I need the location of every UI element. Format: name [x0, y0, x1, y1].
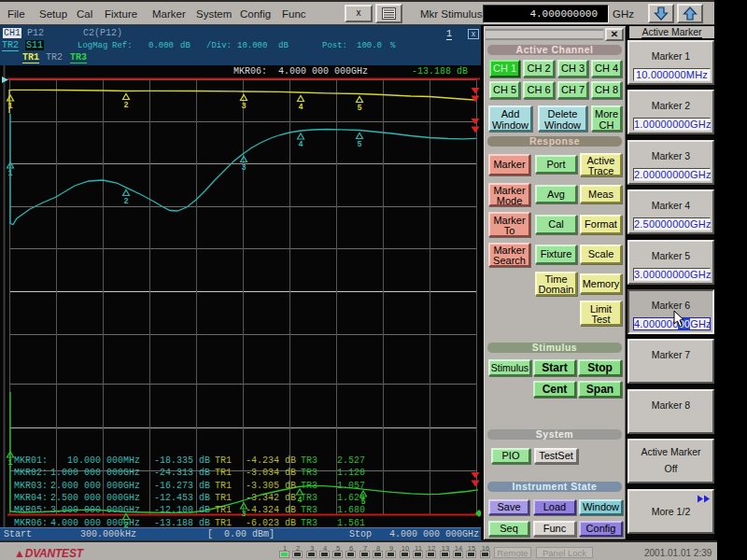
svg-text:-13.188 dB: -13.188 dB [412, 66, 468, 77]
svg-text:3: 3 [241, 102, 246, 111]
svg-text:MKR02:1.000 000 000GHz-24.313: MKR02:1.000 000 000GHz-24.313 dBTR1-3.03… [14, 468, 365, 478]
svg-text:1: 1 [7, 458, 12, 468]
svg-text:5: 5 [357, 104, 361, 113]
svg-text:MKR06: 4.000 000 000GHz: MKR06: 4.000 000 000GHz [233, 66, 368, 77]
svg-text:2: 2 [123, 101, 128, 110]
svg-text:3: 3 [241, 163, 246, 173]
svg-text:MKR06:4.000 000 000GHz-13.188: MKR06:4.000 000 000GHz-13.188 dBTR1-6.02… [14, 518, 365, 528]
svg-text:5: 5 [357, 140, 361, 149]
svg-text:MKR03:2.000 000 000GHz-16.273: MKR03:2.000 000 000GHz-16.273 dBTR1-3.30… [14, 481, 365, 491]
svg-text:4: 4 [298, 103, 303, 112]
svg-text:MKR05:3.000 000 000GHz-12.100: MKR05:3.000 000 000GHz-12.100 dBTR1-4.32… [14, 505, 365, 515]
svg-text:MKR04:2.500 000 000GHz-12.453: MKR04:2.500 000 000GHz-12.453 dBTR1-3.34… [14, 493, 365, 503]
svg-text:2: 2 [123, 197, 128, 206]
svg-text:1: 1 [7, 102, 12, 111]
svg-text:MKR01: 10.000 000MHz-18.335: MKR01: 10.000 000MHz-18.335 dBTR1-4.234 … [14, 455, 365, 466]
svg-text:4: 4 [298, 140, 303, 149]
svg-text:1: 1 [7, 169, 12, 178]
